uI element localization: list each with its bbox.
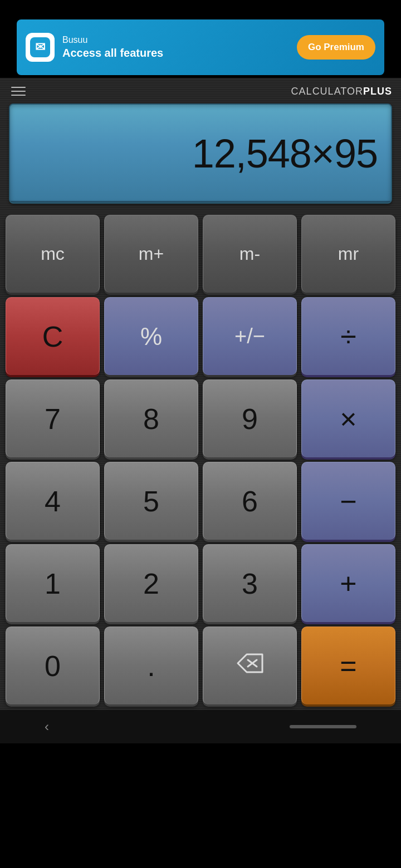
button-6[interactable]: 6	[203, 462, 297, 540]
row-456: 4 5 6 −	[6, 462, 395, 540]
ad-text-block: Busuu Access all features	[62, 34, 289, 61]
ad-brand-name: Busuu	[62, 34, 289, 46]
button-0[interactable]: 0	[6, 627, 100, 704]
button-m-plus[interactable]: m+	[104, 215, 198, 293]
bottom-nav: ‹	[0, 710, 401, 743]
calc-buttons: mc m+ m- mr C % +/− ÷	[0, 210, 401, 710]
app-title-regular: CALCULATOR	[291, 86, 363, 97]
button-4[interactable]: 4	[6, 462, 100, 540]
button-3[interactable]: 3	[203, 544, 297, 622]
menu-button[interactable]	[9, 85, 28, 98]
button-mr[interactable]: mr	[301, 215, 395, 293]
button-2[interactable]: 2	[104, 544, 198, 622]
button-9[interactable]: 9	[203, 379, 297, 457]
calc-header: CALCULATORPLUS	[0, 82, 401, 101]
row-789: 7 8 9 ×	[6, 379, 395, 457]
button-5[interactable]: 5	[104, 462, 198, 540]
status-bar	[0, 0, 401, 17]
memory-row: mc m+ m- mr	[6, 215, 395, 293]
menu-line-1	[11, 87, 26, 88]
home-pill[interactable]	[290, 725, 356, 728]
button-negate[interactable]: +/−	[203, 297, 297, 375]
button-mc[interactable]: mc	[6, 215, 100, 293]
display-value: 12,548×95	[192, 131, 378, 176]
go-premium-button[interactable]: Go Premium	[297, 35, 375, 60]
row-123: 1 2 3 +	[6, 544, 395, 622]
calc-display: 12,548×95	[9, 103, 392, 204]
ad-logo-inner: ✉	[30, 37, 50, 57]
row-0eq: 0 . =	[6, 627, 395, 704]
button-subtract[interactable]: −	[301, 462, 395, 540]
button-decimal[interactable]: .	[104, 627, 198, 704]
menu-line-3	[11, 95, 26, 96]
button-divide[interactable]: ÷	[301, 297, 395, 375]
button-backspace[interactable]	[203, 627, 297, 704]
calculator: CALCULATORPLUS 12,548×95 mc m+ m- mr C	[0, 78, 401, 710]
button-8[interactable]: 8	[104, 379, 198, 457]
app-title-bold: PLUS	[363, 86, 392, 97]
button-1[interactable]: 1	[6, 544, 100, 622]
button-7[interactable]: 7	[6, 379, 100, 457]
function-row: C % +/− ÷	[6, 297, 395, 375]
busuu-logo-icon: ✉	[35, 41, 45, 53]
button-m-minus[interactable]: m-	[203, 215, 297, 293]
button-add[interactable]: +	[301, 544, 395, 622]
button-equals[interactable]: =	[301, 627, 395, 704]
button-percent[interactable]: %	[104, 297, 198, 375]
app-title: CALCULATORPLUS	[291, 86, 392, 97]
ad-tagline: Access all features	[62, 47, 163, 59]
back-button[interactable]: ‹	[45, 719, 49, 734]
backspace-icon	[236, 652, 265, 680]
button-clear[interactable]: C	[6, 297, 100, 375]
ad-logo: ✉	[26, 33, 55, 62]
ad-banner: ✉ Busuu Access all features Go Premium	[17, 19, 384, 75]
menu-line-2	[11, 91, 26, 92]
button-multiply[interactable]: ×	[301, 379, 395, 457]
